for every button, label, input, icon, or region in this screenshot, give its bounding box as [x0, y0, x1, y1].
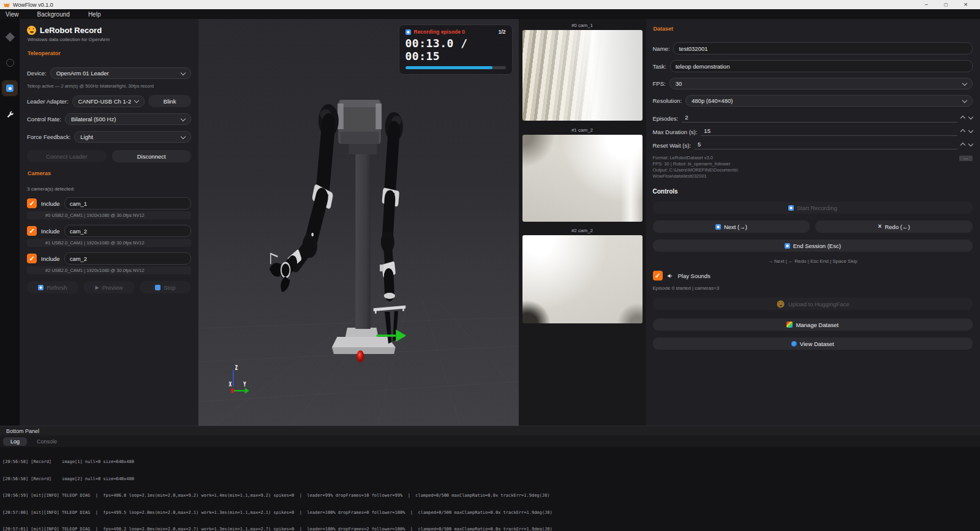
fps-dropdown[interactable]: 30: [669, 78, 973, 89]
camera-name-input[interactable]: [64, 197, 191, 209]
nav-tools-button[interactable]: [2, 106, 18, 122]
leader-adapter-dropdown[interactable]: CANFD-USB Ch 1-2: [72, 96, 145, 107]
device-dropdown[interactable]: OpenArm 01 Leader: [50, 67, 191, 79]
redo-button[interactable]: × Redo (←): [815, 220, 973, 233]
episodes-input[interactable]: [682, 114, 957, 122]
log-line: [20:56:58] [Record] image[1] null=0 size…: [2, 459, 980, 465]
dataset-output-text2: WowFlow\data\test032001: [653, 173, 973, 179]
cameras-section-label: Cameras: [28, 170, 191, 176]
camera-name-input[interactable]: [64, 225, 191, 237]
camera-row-0: ✓ Include #0 USB2.0_CAM1 | 1920x1080 @ 3…: [27, 197, 191, 219]
chevron-down-icon: [968, 115, 973, 119]
next-button[interactable]: Next (→): [653, 220, 810, 233]
panel-subtitle: Windows data collection for OpenArm: [28, 37, 191, 42]
nav-diamond-button[interactable]: [2, 29, 18, 45]
max-duration-stepper[interactable]: [961, 130, 973, 134]
include-checkbox[interactable]: ✓: [27, 254, 37, 263]
log-line: [20:56:58] [Record] image[2] null=0 size…: [2, 476, 980, 482]
episodes-stepper[interactable]: [961, 116, 973, 120]
diamond-icon: [5, 32, 15, 42]
axis-y-label: Y: [243, 380, 247, 388]
maximize-button[interactable]: ▢: [944, 2, 948, 7]
camera-name-input[interactable]: [64, 252, 191, 265]
control-rate-label: Control Rate:: [27, 116, 61, 122]
device-label: Device:: [27, 70, 47, 77]
play-sounds-label: Play Sounds: [678, 273, 710, 279]
include-label: Include: [41, 228, 60, 235]
controls-section-label: Controls: [653, 188, 973, 195]
recording-icon: [405, 29, 411, 35]
end-session-button[interactable]: End Session (Esc): [653, 239, 973, 252]
include-label: Include: [41, 255, 60, 262]
fps-label: FPS:: [653, 80, 666, 87]
3d-viewport[interactable]: Z X Y Recording episode 0 1/2 00:13.0 / …: [198, 19, 519, 426]
preview-button[interactable]: ▶ Preview: [83, 281, 135, 293]
connect-leader-button[interactable]: Connect Leader: [27, 150, 107, 162]
app-title: WowFlow v0.1.0: [13, 2, 53, 8]
log-output[interactable]: [20:56:58] [Record] image[1] null=0 size…: [0, 447, 980, 531]
force-feedback-dropdown[interactable]: Light: [74, 131, 191, 143]
view-dataset-button[interactable]: View Dataset: [653, 337, 973, 350]
log-line: [20:57:01] [mit][INFO] TELEOP DIAG | fps…: [2, 527, 980, 531]
dataset-format-text: Format: LeRobotDataset v3.0: [653, 155, 973, 161]
x-icon: ×: [878, 224, 882, 230]
axis-gizmo: Z X Y: [228, 364, 249, 394]
next-icon: [715, 224, 721, 230]
episodes-label: Episodes:: [653, 115, 679, 122]
episode-status-text: Episode 0 started | cameras=3: [653, 285, 973, 291]
robot-left-arm: [270, 104, 339, 292]
robot-right-arm: [374, 112, 406, 344]
task-input[interactable]: [670, 60, 973, 72]
browse-output-button[interactable]: …: [959, 156, 973, 161]
wrench-icon: [6, 110, 14, 118]
huggingface-icon: [27, 26, 36, 35]
menu-help[interactable]: Help: [79, 11, 110, 18]
shortcuts-hint: → Next | ← Redo | Esc End | Space Skip: [653, 258, 973, 264]
recording-progress-track: [405, 66, 506, 69]
menu-background[interactable]: Background: [28, 11, 79, 18]
refresh-button[interactable]: Refresh: [27, 281, 78, 293]
thumbnail-label: #0 cam_1: [522, 23, 643, 28]
thumbnail-label: #1 cam_2: [522, 127, 643, 133]
close-button[interactable]: ×: [964, 2, 968, 7]
reset-wait-stepper[interactable]: [961, 143, 973, 147]
upload-huggingface-button[interactable]: Upload to HuggingFace: [653, 298, 973, 310]
dataset-info: Format: LeRobotDataset v3.0 FPS: 30 | Ro…: [653, 155, 973, 179]
teleoperator-section-label: Teleoperator: [28, 50, 191, 56]
recording-status: Recording episode 0: [414, 29, 496, 35]
resolution-dropdown[interactable]: 480p (640×480): [685, 95, 973, 107]
blink-button[interactable]: Blink: [148, 95, 191, 107]
max-duration-input[interactable]: [701, 127, 957, 136]
control-rate-dropdown[interactable]: Bilateral (500 Hz): [65, 113, 191, 125]
bottom-panel-header[interactable]: Bottom Panel: [0, 426, 980, 435]
disconnect-button[interactable]: Disconnect: [112, 150, 192, 162]
include-checkbox[interactable]: ✓: [27, 198, 37, 208]
nav-circle-button[interactable]: [2, 55, 18, 70]
chevron-down-icon: [181, 134, 186, 138]
refresh-icon: [38, 285, 43, 290]
minimize-button[interactable]: –: [925, 2, 928, 7]
camera-1-preview: [522, 135, 643, 222]
stop-button[interactable]: Stop: [140, 281, 191, 293]
view-dataset-icon: [791, 341, 797, 347]
camera-2-preview: [522, 235, 643, 323]
dataset-name-input[interactable]: [673, 42, 973, 55]
task-label: Task:: [653, 63, 666, 70]
manage-dataset-button[interactable]: Manage Dataset: [653, 318, 973, 331]
teleop-status-text: Teleop active — 2 arm(s) @ 500Hz bilater…: [27, 83, 191, 89]
camera-info-text: #1 USB2.0_CAM1 | 1920x1080 @ 30.0fps NV1…: [27, 239, 191, 247]
tab-console[interactable]: Console: [29, 437, 64, 446]
camera-info-text: #2 USB2.0_CAM1 | 1920x1080 @ 30.0fps NV1…: [27, 266, 191, 274]
menu-view[interactable]: View: [0, 11, 28, 18]
left-icon-strip: [0, 19, 20, 426]
cameras-detected-text: 3 camera(s) detected:: [27, 186, 191, 192]
include-checkbox[interactable]: ✓: [27, 226, 37, 236]
app-logo-icon: [4, 2, 10, 7]
play-sounds-checkbox[interactable]: ✓: [653, 271, 663, 281]
start-recording-button[interactable]: Start Recording: [653, 201, 973, 214]
tab-log[interactable]: Log: [3, 437, 27, 446]
reset-wait-input[interactable]: [695, 141, 957, 149]
chevron-down-icon: [968, 141, 973, 146]
camera-thumbnails-column: #0 cam_1 #1 cam_2 #2 cam_2: [519, 19, 646, 426]
nav-record-button[interactable]: [2, 80, 18, 96]
